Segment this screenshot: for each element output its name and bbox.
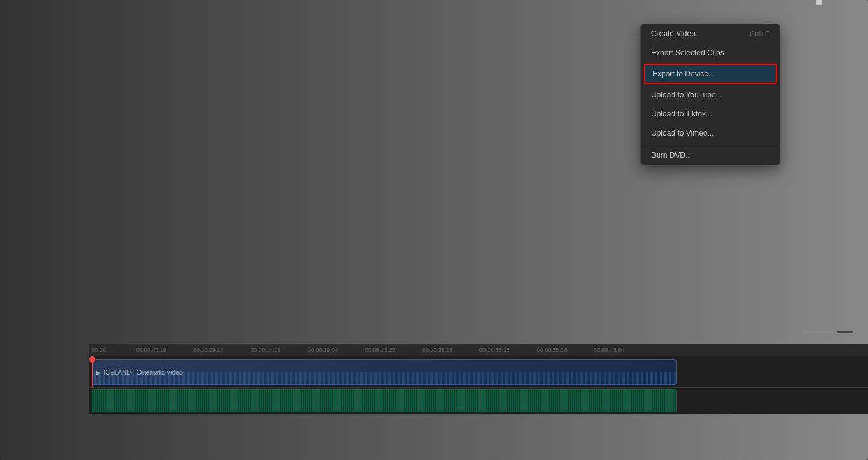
ruler-mark-8: 00:00:38:08: [534, 347, 591, 353]
dropdown-export-selected[interactable]: Export Selected Clips: [641, 43, 780, 62]
timeline-content: 🔒 Video 1 + ⚙ 👁 ♪ Audio 1 + 🔊 🎤: [0, 344, 868, 460]
video-clip[interactable]: ▶ ICELAND | Cinematic Video: [92, 359, 677, 385]
ruler-mark-3: 00:00:14:09: [248, 347, 305, 353]
dropdown-youtube[interactable]: Upload to YouTube...: [641, 85, 780, 104]
dropdown-vimeo[interactable]: Upload to Vimeo...: [641, 123, 780, 143]
ruler-mark-0: 00:00: [89, 347, 134, 353]
dropdown-export-device[interactable]: Export to Device...: [644, 64, 777, 84]
tiktok-label: Upload to Tiktok...: [651, 109, 712, 118]
youtube-label: Upload to YouTube...: [651, 90, 722, 99]
timeline-ruler: 00:00 00:00:04:19 00:00:09:14 00:00:14:0…: [89, 344, 868, 356]
dropdown-tiktok[interactable]: Upload to Tiktok...: [641, 104, 780, 123]
create-video-shortcut: Ctrl+E: [750, 30, 769, 38]
playhead[interactable]: [92, 356, 93, 387]
video-track: ▶ ICELAND | Cinematic Video: [89, 356, 868, 388]
audio-track: [89, 388, 868, 414]
ruler-mark-5: 00:00:23:23: [362, 347, 420, 353]
ruler-mark-6: 00:00:28:18: [420, 347, 477, 353]
vimeo-label: Upload to Vimeo...: [651, 129, 714, 137]
clip-frames: [92, 372, 676, 384]
create-video-label: Create Video: [651, 29, 696, 38]
ruler-mark-1: 00:00:04:19: [134, 347, 191, 353]
ruler-mark-9: 00:00:43:04: [591, 347, 649, 353]
audio-clip[interactable]: [92, 389, 677, 412]
ruler-mark-2: 00:00:09:14: [191, 347, 248, 353]
zoom-fill: [802, 331, 837, 333]
zoom-slider[interactable]: [802, 331, 853, 333]
export-dropdown: Create Video Ctrl+E Export Selected Clip…: [640, 24, 780, 165]
export-selected-label: Export Selected Clips: [651, 48, 724, 57]
burndvd-label: Burn DVD...: [651, 151, 692, 160]
dropdown-burndvd[interactable]: Burn DVD...: [641, 146, 780, 165]
export-device-label: Export to Device...: [652, 69, 715, 78]
timeline-tracks: 00:00 00:00:04:19 00:00:09:14 00:00:14:0…: [89, 344, 868, 460]
ruler-mark-4: 00:00:19:04: [305, 347, 362, 353]
ruler-mark-7: 00:00:33:13: [477, 347, 534, 353]
audio-waveform: [92, 390, 676, 412]
dropdown-create-video[interactable]: Create Video Ctrl+E: [641, 24, 780, 43]
playhead-head: [89, 356, 95, 363]
